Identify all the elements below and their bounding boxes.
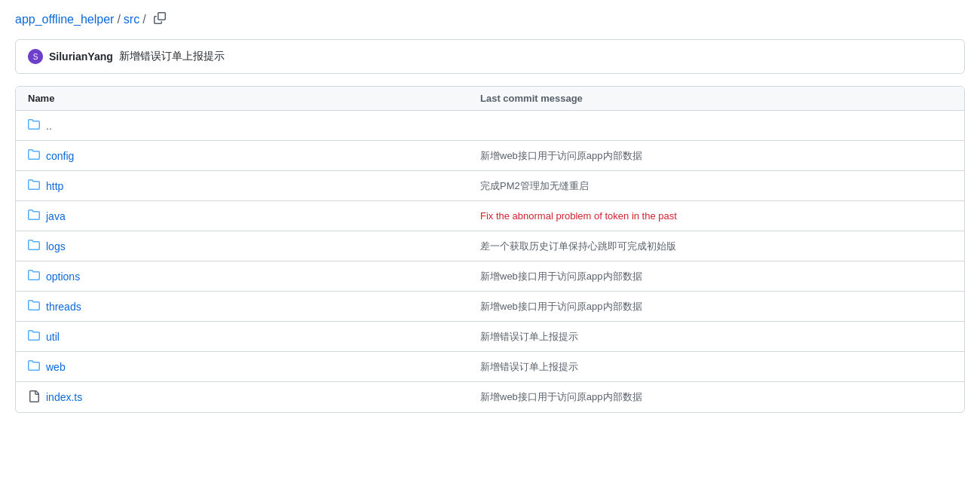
row-name: index.ts (28, 390, 480, 405)
folder-icon (28, 329, 40, 344)
page-container: app_offline_helper / src / S SilurianYan… (0, 0, 980, 425)
folder-icon (28, 148, 40, 164)
folder-icon (28, 209, 40, 224)
table-row: util 新增错误订单上报提示 (16, 322, 964, 352)
folder-icon (28, 299, 40, 314)
item-link[interactable]: .. (46, 120, 52, 132)
table-row: java Fix the abnormal problem of token i… (16, 201, 964, 231)
folder-icon (28, 269, 40, 284)
row-name: http (28, 179, 480, 194)
row-commit-message: 新增web接口用于访问原app内部数据 (480, 149, 952, 163)
commit-author[interactable]: SilurianYang (49, 50, 113, 63)
item-link[interactable]: logs (46, 240, 66, 252)
item-link[interactable]: index.ts (46, 391, 82, 403)
breadcrumb-src-link[interactable]: src (124, 13, 139, 26)
folder-icon (28, 359, 40, 375)
avatar: S (28, 49, 43, 64)
breadcrumb-repo-link[interactable]: app_offline_helper (15, 13, 114, 26)
row-commit-message: 新增web接口用于访问原app内部数据 (480, 300, 952, 313)
row-commit-message: 完成PM2管理加无缝重启 (480, 179, 952, 193)
item-link[interactable]: util (46, 331, 60, 343)
item-link[interactable]: config (46, 150, 74, 162)
table-row: options 新增web接口用于访问原app内部数据 (16, 261, 964, 292)
row-name: .. (28, 118, 480, 133)
row-commit-message: 新增错误订单上报提示 (480, 360, 952, 374)
row-name: threads (28, 299, 480, 314)
item-link[interactable]: java (46, 210, 66, 222)
row-commit-message: 新增web接口用于访问原app内部数据 (480, 390, 952, 404)
table-row: threads 新增web接口用于访问原app内部数据 (16, 292, 964, 322)
item-link[interactable]: options (46, 271, 80, 283)
copy-path-icon[interactable] (154, 12, 166, 27)
col-commit-header: Last commit message (480, 93, 952, 104)
folder-icon (28, 179, 40, 194)
row-commit-message: 新增web接口用于访问原app内部数据 (480, 270, 952, 283)
item-link[interactable]: web (46, 361, 66, 373)
row-name: options (28, 269, 480, 284)
commit-message: 新增错误订单上报提示 (119, 50, 225, 63)
table-header: Name Last commit message (16, 87, 964, 111)
table-row: index.ts 新增web接口用于访问原app内部数据 (16, 382, 964, 412)
table-row: web 新增错误订单上报提示 (16, 352, 964, 382)
row-name: web (28, 359, 480, 375)
commit-bar: S SilurianYang 新增错误订单上报提示 (15, 39, 965, 74)
breadcrumb-sep2: / (142, 13, 145, 26)
file-icon (28, 390, 40, 405)
row-name: java (28, 209, 480, 224)
row-commit-message: 差一个获取历史订单保持心跳即可完成初始版 (480, 240, 952, 253)
table-body: .. config 新增web接口用于访问原app内部数据 http 完成PM2… (16, 111, 964, 412)
table-row: config 新增web接口用于访问原app内部数据 (16, 141, 964, 171)
item-link[interactable]: http (46, 180, 63, 192)
breadcrumb-sep1: / (117, 13, 120, 26)
col-name-header: Name (28, 93, 480, 104)
row-commit-message: 新增错误订单上报提示 (480, 330, 952, 344)
row-name: logs (28, 239, 480, 254)
table-row: logs 差一个获取历史订单保持心跳即可完成初始版 (16, 231, 964, 261)
breadcrumb: app_offline_helper / src / (15, 12, 965, 27)
folder-icon (28, 118, 40, 133)
row-name: util (28, 329, 480, 344)
item-link[interactable]: threads (46, 301, 81, 313)
row-name: config (28, 148, 480, 164)
row-commit-message: Fix the abnormal problem of token in the… (480, 210, 952, 222)
folder-icon (28, 239, 40, 254)
svg-text:S: S (33, 53, 38, 61)
table-row: http 完成PM2管理加无缝重启 (16, 171, 964, 201)
file-table: Name Last commit message .. config 新增web… (15, 86, 965, 413)
table-row: .. (16, 111, 964, 141)
